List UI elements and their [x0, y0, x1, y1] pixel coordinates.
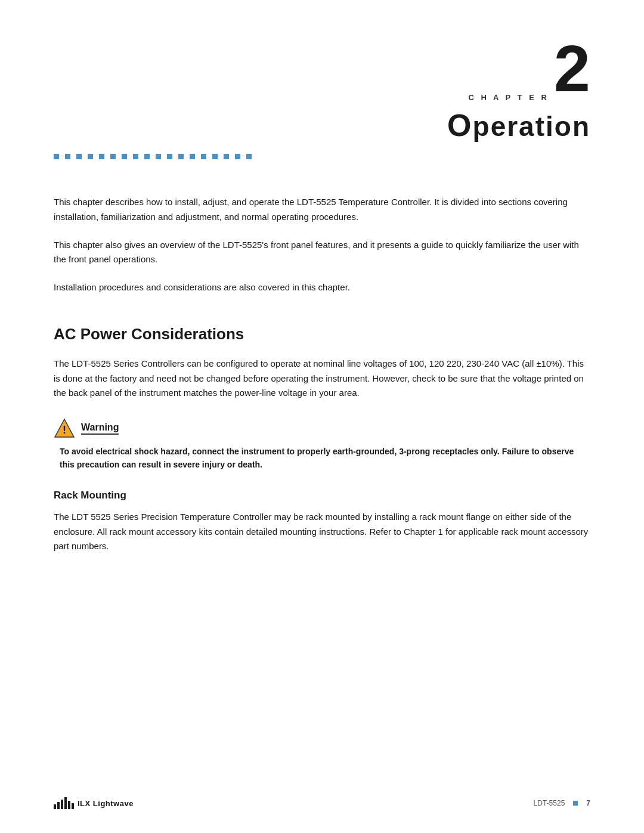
dot-13: [190, 154, 195, 159]
warning-text: To avoid electrical shock hazard, connec…: [60, 445, 590, 472]
intro-paragraph-1: This chapter describes how to install, a…: [54, 195, 590, 225]
warning-triangle-icon: !: [54, 417, 75, 439]
dot-8: [133, 154, 138, 159]
rack-mounting-heading: Rack Mounting: [54, 490, 590, 501]
dot-14: [201, 154, 206, 159]
decorative-dots-row: [0, 143, 644, 159]
rack-mounting-body: The LDT 5525 Series Precision Temperatur…: [54, 510, 590, 554]
chapter-label: C H A P T E R: [469, 94, 549, 101]
logo-bars-icon: [54, 797, 74, 809]
footer-logo-text: ILX Lightwave: [78, 799, 134, 808]
chapter-number: 2: [554, 36, 590, 101]
dot-2: [65, 154, 70, 159]
dot-4: [88, 154, 93, 159]
ac-power-body: The LDT-5525 Series Controllers can be c…: [54, 357, 590, 401]
warning-header: ! Warning: [54, 417, 590, 439]
dot-11: [167, 154, 172, 159]
logo-bar-2: [57, 802, 60, 809]
footer-separator-icon: [573, 801, 578, 806]
dot-17: [235, 154, 240, 159]
svg-text:!: !: [63, 424, 66, 436]
logo-bar-3: [61, 800, 63, 809]
logo-bar-1: [54, 804, 56, 809]
page-title: Operation: [447, 111, 590, 142]
intro-paragraph-3: Installation procedures and consideratio…: [54, 280, 590, 295]
dot-7: [122, 154, 127, 159]
dot-9: [144, 154, 150, 159]
dot-1: [54, 154, 59, 159]
dot-6: [110, 154, 116, 159]
dot-10: [156, 154, 161, 159]
footer-right: LDT-5525 7: [534, 799, 590, 807]
warning-box: ! Warning To avoid electrical shock haza…: [54, 417, 590, 472]
page: C H A P T E R 2 Operation This chapter d…: [0, 0, 644, 833]
chapter-header: C H A P T E R 2: [0, 0, 644, 101]
dot-5: [99, 154, 104, 159]
logo-bar-4: [64, 797, 67, 809]
dot-12: [178, 154, 184, 159]
footer-page-number: 7: [586, 799, 590, 807]
title-rest: peration: [473, 111, 590, 142]
logo-bar-6: [72, 803, 74, 809]
dot-3: [76, 154, 82, 159]
footer: ILX Lightwave LDT-5525 7: [0, 797, 644, 809]
title-first-letter: O: [447, 108, 472, 143]
ac-power-heading: AC Power Considerations: [54, 325, 590, 343]
chapter-title-section: Operation: [0, 101, 644, 143]
dot-15: [212, 154, 218, 159]
warning-label: Warning: [81, 422, 119, 435]
main-content: This chapter describes how to install, a…: [0, 159, 644, 554]
dot-16: [224, 154, 229, 159]
dot-18: [246, 154, 252, 159]
footer-logo: ILX Lightwave: [54, 797, 134, 809]
intro-paragraph-2: This chapter also gives an overview of t…: [54, 238, 590, 268]
logo-bar-5: [68, 801, 70, 809]
footer-model: LDT-5525: [534, 799, 565, 807]
